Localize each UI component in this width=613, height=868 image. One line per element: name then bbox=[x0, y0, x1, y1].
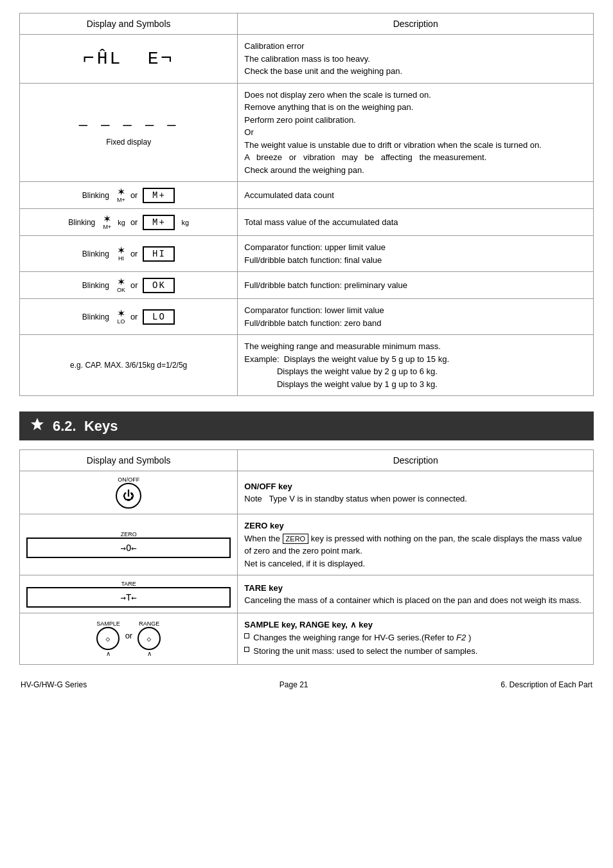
blinking-mplus-kg-display: Blinking ✶ M+ kg or M+ kg bbox=[20, 209, 238, 236]
blinking-hi-display: Blinking ✶ HI or HI bbox=[20, 236, 238, 272]
table-row: e.g. CAP. MAX. 3/6/15kg d=1/2/5g The wei… bbox=[20, 335, 594, 396]
cap-max-label: e.g. CAP. MAX. 3/6/15kg d=1/2/5g bbox=[26, 361, 231, 370]
section-icon bbox=[30, 417, 45, 435]
blinking-mplus-display: Blinking ✶ M+ or M+ bbox=[20, 182, 238, 209]
zero-key-display: ZERO →O← bbox=[20, 514, 238, 575]
sample-range-key-desc: SAMPLE key, RANGE key, ∧ key Changes the… bbox=[238, 613, 594, 665]
zero-key-desc: ZERO key When the ZERO key is pressed wi… bbox=[238, 514, 594, 575]
footer-left: HV-G/HW-G Series bbox=[21, 680, 87, 689]
page-footer: HV-G/HW-G Series Page 21 6. Description … bbox=[19, 680, 594, 689]
table-row: ⌐ ĤL E ¬ Calibration error The calibrati… bbox=[20, 35, 594, 84]
on-off-desc: ON/OFF key Note Type V is in standby sta… bbox=[238, 471, 594, 514]
fixed-display-label: Fixed display bbox=[26, 138, 231, 147]
table-row: Blinking ✶ OK or OK Full/dribble batch f… bbox=[20, 272, 594, 299]
svg-marker-0 bbox=[31, 418, 44, 430]
table-row: SAMPLE ⬦ ∧ or RANGE ⬦ ∧ SAMPLE key, RANG… bbox=[20, 613, 594, 665]
table-row: ON/OFF ⏻ ON/OFF key Note Type V is in st… bbox=[20, 471, 594, 514]
blinking-mplus-kg-desc: Total mass value of the accumulated data bbox=[238, 209, 594, 236]
upper-table-col2-header: Description bbox=[238, 14, 594, 35]
footer-center: Page 21 bbox=[280, 680, 308, 689]
tare-key-display: TARE →T← bbox=[20, 575, 238, 613]
table-row: TARE →T← TARE key Canceling the mass of … bbox=[20, 575, 594, 613]
upper-table: Display and Symbols Description ⌐ ĤL E ¬… bbox=[19, 13, 594, 396]
fixed-display-desc: Does not display zero when the scale is … bbox=[238, 83, 594, 182]
cap-max-display: e.g. CAP. MAX. 3/6/15kg d=1/2/5g bbox=[20, 335, 238, 396]
blinking-hi-desc: Comparator function: upper limit value F… bbox=[238, 236, 594, 272]
blinking-lo-desc: Comparator function: lower limit value F… bbox=[238, 299, 594, 335]
blinking-mplus-desc: Accumulated data count bbox=[238, 182, 594, 209]
sample-range-key-display: SAMPLE ⬦ ∧ or RANGE ⬦ ∧ bbox=[20, 613, 238, 665]
blinking-ok-display: Blinking ✶ OK or OK bbox=[20, 272, 238, 299]
table-row: Blinking ✶ M+ kg or M+ kg Total mass val… bbox=[20, 209, 594, 236]
lower-table-col1-header: Display and Symbols bbox=[20, 450, 238, 471]
table-row: Blinking ✶ HI or HI Comparator function:… bbox=[20, 236, 594, 272]
lower-table: Display and Symbols Description ON/OFF ⏻… bbox=[19, 449, 594, 665]
footer-right: 6. Description of Each Part bbox=[501, 680, 592, 689]
section-title: Keys bbox=[84, 418, 118, 435]
blinking-ok-desc: Full/dribble batch function: preliminary… bbox=[238, 272, 594, 299]
cal-error-display: ⌐ ĤL E ¬ bbox=[20, 35, 238, 84]
table-row: Blinking ✶ LO or LO Comparator function:… bbox=[20, 299, 594, 335]
on-off-circle: ⏻ bbox=[116, 483, 141, 509]
on-off-key-display: ON/OFF ⏻ bbox=[20, 471, 238, 514]
cap-max-desc: The weighing range and measurable minimu… bbox=[238, 335, 594, 396]
upper-table-col1-header: Display and Symbols bbox=[20, 14, 238, 35]
key-icon bbox=[30, 417, 45, 432]
fixed-display-cell: — — — — — Fixed display bbox=[20, 83, 238, 182]
lower-table-col2-header: Description bbox=[238, 450, 594, 471]
section-62-header: 6.2. Keys bbox=[19, 411, 594, 440]
table-row: Blinking ✶ M+ or M+ Accumulated data cou… bbox=[20, 182, 594, 209]
tare-key-desc: TARE key Canceling the mass of a contain… bbox=[238, 575, 594, 613]
section-number: 6.2. bbox=[53, 418, 76, 435]
blinking-lo-display: Blinking ✶ LO or LO bbox=[20, 299, 238, 335]
table-row: ZERO →O← ZERO key When the ZERO key is p… bbox=[20, 514, 594, 575]
cal-error-desc: Calibration error The calibration mass i… bbox=[238, 35, 594, 84]
table-row: — — — — — Fixed display Does not display… bbox=[20, 83, 594, 182]
